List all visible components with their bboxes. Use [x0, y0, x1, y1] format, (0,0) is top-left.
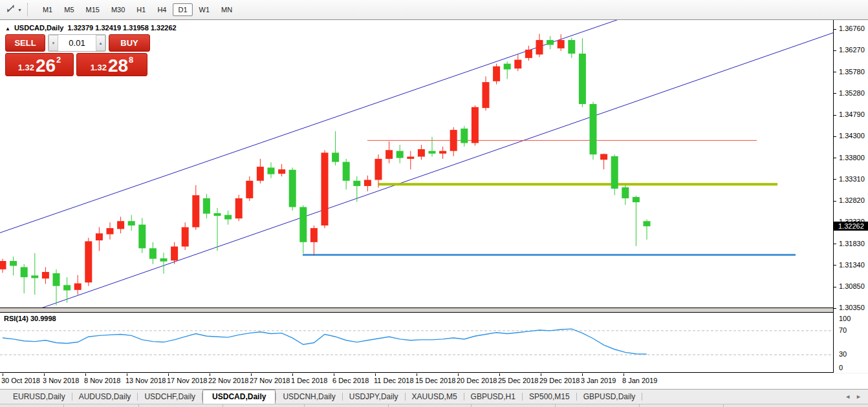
volume-spinner: ▼ 0.01 ▲ — [48, 34, 106, 52]
status-separator — [388, 404, 389, 407]
toolbar-grip[interactable] — [27, 3, 31, 16]
current-price-badge: 1.32262 — [834, 222, 868, 231]
time-axis-label: 6 Dec 2018 — [332, 377, 369, 384]
candle-body — [31, 275, 38, 278]
status-separator — [555, 404, 556, 407]
trend-channel-line-2[interactable] — [36, 31, 833, 308]
time-axis-label: 25 Dec 2018 — [498, 377, 538, 384]
chart-header: ▲USDCAD,Daily 1.32379 1.32419 1.31958 1.… — [5, 24, 177, 32]
chart-tab-usdchf-daily[interactable]: USDCHF,Daily — [138, 390, 202, 403]
price-axis-label: 1.34790 — [839, 110, 865, 118]
chart-tab-eurusd-daily[interactable]: EURUSD,Daily — [6, 390, 72, 403]
collapse-trade-panel-icon[interactable]: ▲ — [5, 26, 10, 32]
candle-body — [558, 40, 565, 48]
timeframe-button-h1[interactable]: H1 — [131, 3, 151, 16]
candle-body — [450, 130, 457, 151]
buy-price-point: 8 — [129, 55, 133, 65]
candle-body — [622, 187, 629, 198]
sell-price-panel[interactable]: 1.32 26 2 — [5, 53, 74, 76]
time-axis-tick — [375, 373, 376, 376]
price-axis-tick — [834, 244, 836, 244]
time-axis-tick — [85, 373, 86, 376]
volume-increase-button[interactable]: ▲ — [96, 35, 105, 51]
time-axis-label: 13 Nov 2018 — [125, 377, 166, 384]
timeframe-button-d1[interactable]: D1 — [173, 3, 192, 16]
time-axis-label: 11 Dec 2018 — [374, 377, 414, 384]
time-axis-label: 1 Dec 2018 — [291, 377, 327, 384]
candle-body — [160, 258, 168, 262]
price-axis-label: 1.33800 — [839, 154, 865, 162]
chart-tab-gbpusd-h1[interactable]: GBPUSD,H1 — [464, 390, 522, 403]
candle-body — [407, 156, 414, 158]
candle-body — [268, 167, 275, 174]
timeframe-button-m15[interactable]: M15 — [81, 3, 105, 16]
time-axis-tick — [3, 373, 3, 376]
price-axis-label: 1.36270 — [839, 46, 865, 54]
candle-body — [182, 227, 189, 247]
volume-decrease-button[interactable]: ▼ — [49, 35, 58, 51]
price-axis-label: 1.31340 — [839, 261, 865, 269]
time-axis-label: 15 Dec 2018 — [415, 377, 455, 384]
time-axis[interactable]: 30 Oct 20183 Nov 20188 Nov 201813 Nov 20… — [0, 373, 868, 389]
price-axis-label: 1.31830 — [839, 240, 865, 247]
candle-body — [53, 273, 60, 286]
timeframe-button-mn[interactable]: MN — [216, 3, 237, 16]
chart-shift-icon — [6, 3, 16, 16]
price-axis-tick — [834, 93, 836, 94]
sell-price-point: 2 — [56, 55, 61, 65]
price-axis-label: 1.35780 — [839, 68, 865, 76]
time-axis-tick — [210, 373, 210, 376]
candle-body — [299, 207, 307, 242]
buy-button[interactable]: BUY — [109, 34, 150, 52]
price-axis-tick — [834, 265, 836, 266]
status-separator — [639, 404, 640, 407]
time-axis-label: 27 Nov 2018 — [250, 377, 290, 384]
timeframe-button-h4[interactable]: H4 — [152, 3, 171, 16]
price-axis-label: 1.34300 — [839, 132, 865, 140]
candle-body — [568, 40, 575, 54]
dropdown-caret-icon: ▼ — [17, 8, 22, 12]
tab-scroll-left-icon[interactable]: ◄ — [845, 393, 851, 400]
sell-button[interactable]: SELL — [5, 34, 45, 52]
candle-body — [493, 67, 500, 81]
chart-tab-usdcnh-daily[interactable]: USDCNH,Daily — [276, 390, 342, 403]
candle-body — [418, 149, 425, 157]
timeframe-button-m1[interactable]: M1 — [38, 3, 58, 16]
candle-body — [257, 167, 264, 181]
chart-tab-sp500-m15[interactable]: SP500,M15 — [523, 390, 576, 403]
rsi-canvas[interactable] — [0, 313, 833, 373]
status-separator — [471, 404, 472, 407]
price-axis-tick — [834, 158, 836, 158]
buy-price-panel[interactable]: 1.32 28 8 — [76, 53, 147, 76]
timeframe-button-m5[interactable]: M5 — [59, 3, 79, 16]
panel-splitter[interactable] — [0, 308, 833, 313]
price-axis-label: 1.30850 — [839, 282, 865, 290]
time-axis-tick — [44, 373, 45, 376]
time-axis-label: 29 Dec 2018 — [539, 377, 580, 384]
time-axis-label: 3 Nov 2018 — [43, 377, 79, 384]
price-axis[interactable]: 1.367601.362701.357801.352801.347901.343… — [833, 20, 868, 373]
candle-body — [429, 151, 436, 154]
time-axis-tick — [624, 373, 624, 376]
price-axis-label: 1.30350 — [839, 304, 865, 311]
price-chart-area[interactable]: ▲USDCAD,Daily 1.32379 1.32419 1.31958 1.… — [0, 20, 833, 308]
time-axis-tick — [168, 373, 169, 376]
mt4-window: ▼ M1M5M15M30H1H4D1W1MN ▲USDCAD,Daily 1.3… — [0, 0, 868, 407]
tab-scroll-right-icon[interactable]: ► — [856, 393, 862, 400]
chart-tab-audusd-daily[interactable]: AUDUSD,Daily — [72, 390, 138, 403]
timeframe-button-m30[interactable]: M30 — [106, 3, 130, 16]
candle-body — [214, 213, 221, 216]
chart-shift-button[interactable]: ▼ — [3, 1, 25, 19]
sell-price-figure: 1.32 — [18, 63, 34, 72]
chart-tab-xauusd-m5[interactable]: XAUUSD,M5 — [406, 390, 464, 403]
volume-input[interactable]: 0.01 — [58, 35, 96, 51]
chart-tab-usdjpy-daily[interactable]: USDJPY,Daily — [343, 390, 405, 403]
candle-body — [192, 195, 199, 227]
rsi-indicator-panel[interactable]: RSI(14) 30.9998 — [0, 313, 833, 373]
chart-tab-usdcad-daily[interactable]: USDCAD,Daily — [202, 390, 276, 404]
time-axis-label: 20 Dec 2018 — [457, 377, 497, 384]
price-axis-label: 1.32820 — [839, 196, 865, 204]
time-axis-label: 8 Nov 2018 — [84, 377, 120, 384]
timeframe-button-w1[interactable]: W1 — [194, 3, 215, 16]
chart-tab-gbpusd-daily[interactable]: GBPUSD,Daily — [577, 390, 642, 403]
